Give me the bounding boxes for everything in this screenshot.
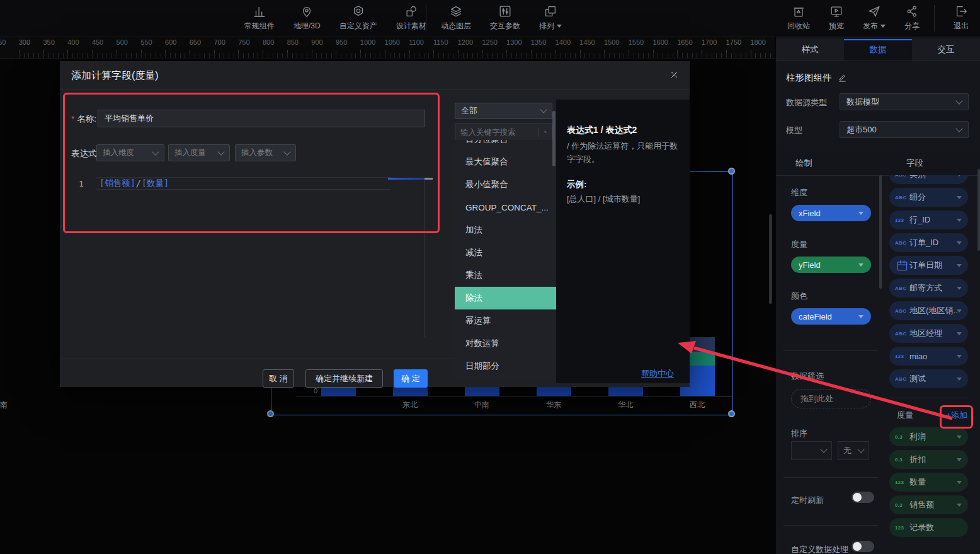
ruler-number: 1500 — [604, 38, 619, 46]
ruler-number: 1650 — [677, 38, 692, 46]
search-icon[interactable] — [538, 127, 547, 137]
sort-field-select[interactable] — [791, 441, 832, 460]
help-center-link[interactable]: 帮助中心 — [641, 368, 674, 379]
dimension-slot-label: 维度 — [791, 187, 807, 199]
dimension-field-item[interactable]: 123 行_ID — [889, 211, 968, 229]
function-list-item[interactable]: 除法 — [455, 287, 556, 309]
ruler-number: 650 — [190, 38, 201, 46]
toolbar-button[interactable]: 交互参数 — [490, 4, 520, 32]
function-list-scrollbar[interactable] — [552, 111, 556, 166]
sort-order-select[interactable]: 无 — [838, 441, 869, 460]
sidebar-subtab[interactable]: 绘制 — [776, 151, 878, 175]
exit-icon — [954, 4, 968, 18]
dimension-field-item[interactable]: ABC 地区(地区销... — [889, 301, 968, 320]
toolbar-icon — [867, 4, 881, 18]
measure-field-item[interactable]: 0.3 利润 — [889, 427, 968, 446]
field-type-icon: ABC — [895, 175, 909, 178]
expression-label: 表达式: — [71, 148, 99, 159]
dimension-field-item[interactable]: 订单日期 — [889, 256, 968, 275]
sidebar-tab[interactable]: 数据 — [844, 39, 912, 61]
auto-refresh-toggle[interactable] — [852, 492, 874, 503]
chevron-down-icon — [957, 309, 962, 313]
measure-field-pill[interactable]: yField — [791, 257, 871, 273]
toolbar-button[interactable]: 分享 — [904, 4, 920, 32]
model-select[interactable]: 超市500 — [840, 121, 969, 138]
sidebar-tab[interactable]: 交互 — [912, 39, 980, 61]
toolbar-button[interactable]: 动态图层 — [441, 4, 471, 32]
measure-field-item[interactable]: 0.3 折扣 — [889, 450, 968, 469]
chevron-down-icon — [957, 196, 962, 199]
function-list-item[interactable]: 幂运算 — [455, 309, 556, 332]
ruler-number: 450 — [92, 38, 103, 46]
function-list-item[interactable]: 百分位聚合 — [455, 140, 556, 151]
divider — [783, 525, 878, 526]
dimension-field-item[interactable]: ABC 地区经理 — [889, 324, 968, 343]
function-list-item[interactable]: GROUP_CONCAT_... — [455, 196, 556, 219]
chevron-down-icon — [217, 148, 224, 155]
expression-code-editor[interactable]: [销售额]/[数量] — [96, 177, 391, 190]
dimension-field-item[interactable]: ABC 邮寄方式 — [889, 279, 968, 297]
cancel-button[interactable]: 取 消 — [263, 369, 294, 388]
function-list-item[interactable]: 最大值聚合 — [455, 151, 556, 173]
toolbar-group-exit: 退出 — [954, 4, 969, 32]
fields-list-scrollbar[interactable] — [879, 175, 882, 289]
toolbar-button[interactable]: 地理/3D — [293, 4, 321, 32]
toolbar-label: 退出 — [954, 21, 969, 32]
dimension-field-item[interactable]: ABC 类别 — [889, 175, 968, 184]
insert-parameter-select[interactable]: 插入参数 — [235, 144, 296, 161]
dimension-field-item[interactable]: ABC 测试 — [889, 369, 968, 388]
canvas-scrollbar[interactable] — [769, 214, 772, 304]
toolbar-divider — [426, 5, 426, 32]
function-list-item[interactable]: 乘法 — [455, 264, 556, 287]
sidebar-tab[interactable]: 样式 — [776, 39, 844, 61]
selection-handle-bottom-right[interactable] — [728, 410, 735, 417]
confirm-and-continue-button[interactable]: 确定并继续新建 — [305, 369, 383, 388]
selection-handle-bottom-left[interactable] — [267, 410, 274, 417]
toolbar-button[interactable]: 发布 — [863, 4, 886, 32]
toolbar-group-components: 常规组件 地理/3D 自定义资产 设计素材 — [244, 4, 426, 32]
confirm-button[interactable]: 确 定 — [394, 369, 428, 388]
insert-dimension-select[interactable]: 插入维度 — [96, 144, 164, 161]
color-field-pill[interactable]: cateField — [791, 308, 871, 325]
function-list-item[interactable]: 加法 — [455, 219, 556, 241]
dimension-field-item[interactable]: ABC 细分 — [889, 188, 968, 207]
dimension-field-item[interactable]: 123 miao — [889, 347, 968, 366]
sidebar-subtab[interactable]: 字段 — [878, 151, 980, 175]
toolbar-button[interactable]: 预览 — [829, 4, 844, 32]
add-measure-link[interactable]: +添加 — [946, 410, 969, 421]
close-icon[interactable] — [669, 69, 680, 80]
function-list-item[interactable]: 日期部分 — [455, 355, 556, 378]
chart-category-label: 西南 — [0, 400, 8, 410]
function-list-item[interactable]: 最小值聚合 — [455, 173, 556, 196]
datasource-type-select[interactable]: 数据模型 — [840, 93, 969, 110]
function-list-item[interactable]: 对数运算 — [455, 332, 556, 355]
selection-handle-top-right[interactable] — [728, 168, 735, 175]
chevron-down-icon — [957, 219, 962, 222]
ruler-number: 1350 — [531, 38, 546, 46]
filter-dropzone[interactable]: 拖到此处 — [791, 389, 871, 408]
function-list-item[interactable]: 减法 — [455, 241, 556, 264]
sidebar-scrollbar[interactable] — [977, 169, 980, 251]
ruler-number: 600 — [165, 38, 176, 46]
function-search-input[interactable] — [455, 128, 535, 137]
function-category-select[interactable]: 全部 — [455, 103, 552, 119]
measure-field-item[interactable]: 123 数量 — [889, 473, 968, 492]
measure-field-item[interactable]: 0.3 销售额 — [889, 495, 968, 514]
toolbar-label: 设计素材 — [396, 21, 426, 32]
insert-measure-select[interactable]: 插入度量 — [168, 144, 230, 161]
caret-down-icon — [557, 25, 562, 28]
custom-data-processing-toggle[interactable] — [852, 541, 874, 552]
dimension-field-pill[interactable]: xField — [791, 205, 871, 221]
toolbar-button[interactable]: 自定义资产 — [339, 4, 377, 32]
toolbar-button[interactable]: 设计素材 — [396, 4, 426, 32]
edit-pencil-icon[interactable] — [838, 73, 847, 83]
measure-field-item[interactable]: 123 记录数 — [889, 518, 968, 537]
toolbar-button[interactable]: 回收站 — [787, 4, 810, 32]
toolbar-button[interactable]: 排列 — [539, 4, 562, 32]
dimension-fields-list: ABC 类别 ABC 细分 123 行_ID ABC 订单_ID — [889, 175, 969, 388]
toolbar-button[interactable]: 常规组件 — [244, 4, 275, 32]
name-input[interactable] — [98, 110, 425, 127]
exit-button[interactable]: 退出 — [954, 4, 969, 32]
dimension-field-item[interactable]: ABC 订单_ID — [889, 233, 968, 252]
field-type-icon — [895, 258, 909, 273]
